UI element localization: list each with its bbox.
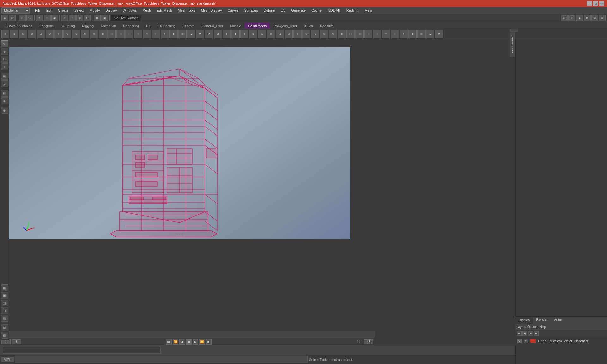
shelf-icon-7[interactable]: ⊘ <box>63 30 71 38</box>
shelf-icon-0[interactable]: ◈ <box>1 30 9 38</box>
shelf-tab-custom[interactable]: Custom <box>179 23 198 29</box>
shelf-icon-2[interactable]: ⊟ <box>19 30 27 38</box>
layer-btn-3[interactable]: ◫ <box>1 300 8 306</box>
extra-btn-5[interactable]: ⊛ <box>591 15 598 21</box>
shelf-tab-muscle[interactable]: Muscle <box>227 23 245 29</box>
extra-btn-1[interactable]: ⊞ <box>561 15 568 21</box>
shelf-tab-rendering[interactable]: Rendering <box>120 23 143 29</box>
attribute-editor-tab[interactable]: Attribute Editor <box>510 32 515 58</box>
shelf-tab-rigging[interactable]: Rigging <box>78 23 97 29</box>
shelf-tab-sculpting[interactable]: Sculpting <box>57 23 78 29</box>
shelf-icon-40[interactable]: ◍ <box>355 30 364 38</box>
menu-item-cache[interactable]: Cache <box>309 8 324 13</box>
shelf-icon-44[interactable]: ○ <box>391 30 399 38</box>
shelf-icon-38[interactable]: ◉ <box>338 30 346 38</box>
shelf-icon-27[interactable]: ◈ <box>240 30 248 38</box>
manip-tool[interactable]: ⊞ <box>1 73 8 80</box>
shelf-tab-redshift[interactable]: Redshift <box>316 23 336 29</box>
shelf-icon-9[interactable]: ⊛ <box>81 30 89 38</box>
menu-item-mesh-display[interactable]: Mesh Display <box>199 8 224 13</box>
shelf-icon-31[interactable]: ⊡ <box>276 30 284 38</box>
shelf-icon-13[interactable]: ◍ <box>116 30 125 38</box>
menu-item-curves[interactable]: Curves <box>225 8 241 13</box>
bottom-btn-1[interactable]: ⊞ <box>1 324 8 331</box>
render-tab[interactable]: Render <box>533 317 551 324</box>
step-back[interactable]: ◀ <box>179 339 185 345</box>
shelf-icon-32[interactable]: ⊕ <box>285 30 293 38</box>
shelf-tab-fx[interactable]: FX <box>143 23 154 29</box>
layer-visibility-v[interactable]: V <box>517 339 522 343</box>
shelf-tab-curves-/-surfaces[interactable]: Curves / Surfaces <box>1 23 36 29</box>
tool-btn-1[interactable]: ◈ <box>1 15 8 21</box>
menu-item-uv[interactable]: UV <box>278 8 288 13</box>
render-btn[interactable]: ▦ <box>94 15 101 21</box>
menu-item-edit[interactable]: Edit <box>44 8 55 13</box>
close-button[interactable]: ✕ <box>599 1 604 6</box>
layers-menu[interactable]: Layers <box>517 325 526 329</box>
shelf-icon-25[interactable]: ◖ <box>223 30 231 38</box>
menu-item-file[interactable]: File <box>33 8 43 13</box>
shelf-icon-41[interactable]: ◌ <box>364 30 372 38</box>
shelf-icon-16[interactable]: ◊ <box>143 30 151 38</box>
shelf-icon-6[interactable]: ⊗ <box>54 30 63 38</box>
shelf-icon-29[interactable]: ⊟ <box>258 30 266 38</box>
layer-btn-2[interactable]: ▣ <box>1 292 8 299</box>
menu-item-select[interactable]: Select <box>72 8 87 13</box>
workspace-dropdown[interactable]: Modeling <box>1 7 30 14</box>
timeline-ruler[interactable] <box>0 331 375 338</box>
shelf-tab-polygons[interactable]: Polygons <box>36 23 57 29</box>
layer-playback-p[interactable]: P <box>524 339 528 343</box>
shelf-icon-14[interactable]: ◌ <box>125 30 133 38</box>
undo-btn[interactable]: ↩ <box>19 15 26 21</box>
move-tool[interactable]: ✛ <box>1 48 8 55</box>
shelf-icon-10[interactable]: ⊚ <box>90 30 98 38</box>
menu-item-display[interactable]: Display <box>103 8 120 13</box>
render2-btn[interactable]: ▣ <box>101 15 108 21</box>
timeline-current-frame[interactable] <box>12 339 21 344</box>
shelf-icon-1[interactable]: ⊞ <box>10 30 18 38</box>
play-end[interactable]: ⏭ <box>206 339 212 345</box>
shelf-icon-17[interactable]: ○ <box>152 30 160 38</box>
shelf-icon-37[interactable]: ⊚ <box>329 30 337 38</box>
snap4-btn[interactable]: ⊡ <box>84 15 91 21</box>
snap1-btn[interactable]: ⊹ <box>61 15 68 21</box>
layer-btn-4[interactable]: ▢ <box>1 307 8 314</box>
shelf-icon-4[interactable]: ⊡ <box>37 30 45 38</box>
soft-select[interactable]: ◎ <box>1 80 8 87</box>
menu-item-windows[interactable]: Windows <box>120 8 139 13</box>
shelf-tab-animation[interactable]: Animation <box>97 23 120 29</box>
shelf-icon-35[interactable]: ⊙ <box>311 30 319 38</box>
shelf-tab-xgen[interactable]: XGen <box>301 23 316 29</box>
shelf-icon-39[interactable]: ◎ <box>346 30 355 38</box>
shelf-icon-5[interactable]: ⊕ <box>46 30 54 38</box>
shelf-icon-21[interactable]: ◒ <box>187 30 195 38</box>
shelf-icon-15[interactable]: ○ <box>134 30 142 38</box>
shelf-icon-20[interactable]: ◑ <box>178 30 187 38</box>
layer-next[interactable]: ▶ <box>528 331 533 336</box>
layer-prev-prev[interactable]: ⏮ <box>517 331 522 336</box>
menu-item-generate[interactable]: Generate <box>289 8 308 13</box>
snap-set[interactable]: ⊕ <box>1 107 8 114</box>
stop-btn[interactable]: ■ <box>186 339 192 345</box>
menu-item-surfaces[interactable]: Surfaces <box>242 8 261 13</box>
shelf-icon-34[interactable]: ⊘ <box>302 30 310 38</box>
menu-item-create[interactable]: Create <box>56 8 71 13</box>
layer-next-next[interactable]: ⏭ <box>534 331 539 336</box>
bottom-btn-2[interactable]: ⊟ <box>1 332 8 339</box>
snap3-btn[interactable]: ⊕ <box>76 15 83 21</box>
cmd-lang-label[interactable]: MEL <box>1 357 14 362</box>
extra-btn-2[interactable]: ⊟ <box>568 15 575 21</box>
select-tool[interactable]: ↖ <box>1 40 8 47</box>
shelf-icon-18[interactable]: ● <box>161 30 169 38</box>
menu-item--3dtoall-[interactable]: -3DtoAll- <box>325 8 343 13</box>
snap2-btn[interactable]: ◫ <box>69 15 76 21</box>
shelf-icon-26[interactable]: ◗ <box>231 30 240 38</box>
shelf-icon-28[interactable]: ⊞ <box>249 30 257 38</box>
menu-item-deform[interactable]: Deform <box>261 8 278 13</box>
shelf-tab-fx-caching[interactable]: FX Caching <box>154 23 179 29</box>
maximize-button[interactable]: □ <box>593 1 598 6</box>
select-btn[interactable]: ↖ <box>36 15 43 21</box>
shelf-icon-49[interactable]: ◓ <box>435 30 443 38</box>
shelf-icon-36[interactable]: ⊛ <box>320 30 328 38</box>
lasso-btn[interactable]: ⬡ <box>44 15 51 21</box>
